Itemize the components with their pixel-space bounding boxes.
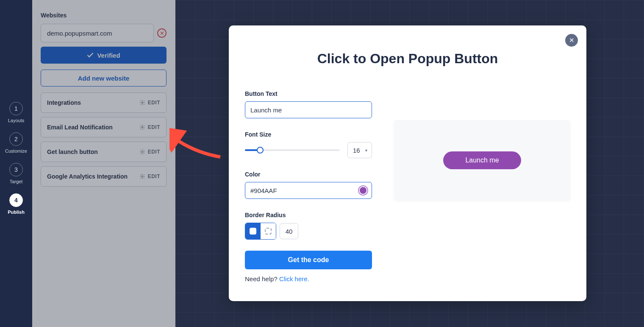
option-edit: EDIT [139, 124, 160, 130]
color-swatch[interactable] [358, 185, 368, 196]
button-text-input[interactable] [245, 101, 372, 118]
preview-card: Launch me [394, 120, 570, 201]
nav-step-number: 4 [9, 193, 23, 207]
close-icon: ✕ [569, 36, 575, 44]
radius-option-square[interactable] [261, 223, 276, 239]
chevron-down-icon: ▾ [365, 148, 367, 153]
border-radius-label: Border Radius [245, 212, 372, 218]
add-website-button[interactable]: Add new website [41, 70, 167, 87]
option-title: Integrations [47, 99, 81, 106]
option-title: Get launch button [47, 148, 98, 155]
help-row: Need help? Click here. [245, 275, 372, 282]
nav-step-number: 3 [9, 163, 23, 176]
color-value: #904AAF [250, 187, 277, 194]
publish-sidebar: Websites ✕ Verified Add new website Inte… [32, 0, 175, 327]
nav-step-number: 2 [9, 132, 23, 146]
svg-point-3 [142, 176, 143, 177]
color-input[interactable]: #904AAF [245, 182, 372, 199]
font-size-select[interactable]: 16 ▾ [347, 142, 372, 158]
nav-rail: 1 Layouts 2 Customize 3 Target 4 Publish [0, 0, 32, 327]
font-size-slider[interactable] [245, 146, 340, 154]
svg-point-2 [142, 151, 143, 153]
nav-step-label: Publish [8, 210, 25, 215]
help-text: Need help? [245, 275, 279, 282]
website-row: ✕ [41, 24, 167, 42]
nav-step-layouts[interactable]: 1 Layouts [8, 102, 25, 123]
help-link[interactable]: Click here. [279, 275, 309, 282]
gear-icon [139, 100, 145, 106]
slider-thumb[interactable] [257, 147, 264, 154]
dashed-square-icon [265, 228, 272, 235]
modal-form: Button Text Font Size 16 ▾ Color #904AAF [245, 90, 372, 282]
option-edit: EDIT [139, 149, 160, 155]
verified-button[interactable]: Verified [41, 47, 167, 64]
nav-step-label: Customize [5, 148, 27, 154]
svg-point-0 [142, 102, 143, 103]
border-radius-input[interactable] [280, 223, 298, 239]
option-launch-button[interactable]: Get launch button EDIT [41, 142, 167, 162]
border-radius-segment [245, 223, 276, 240]
color-label: Color [245, 171, 372, 178]
gear-icon [139, 149, 145, 155]
option-title: Google Analytics Integration [47, 173, 128, 180]
option-edit: EDIT [139, 100, 160, 106]
gear-icon [139, 173, 145, 179]
websites-heading: Websites [41, 12, 167, 19]
nav-step-label: Target [10, 179, 23, 184]
nav-step-publish[interactable]: 4 Publish [8, 193, 25, 215]
modal-preview: Launch me [394, 90, 570, 282]
nav-step-customize[interactable]: 2 Customize [5, 132, 27, 154]
close-icon: ✕ [160, 31, 164, 36]
option-integrations[interactable]: Integrations EDIT [41, 92, 167, 113]
option-google-analytics[interactable]: Google Analytics Integration EDIT [41, 166, 167, 187]
website-input[interactable] [41, 24, 154, 42]
option-email-lead[interactable]: Email Lead Notification EDIT [41, 117, 167, 137]
font-size-label: Font Size [245, 131, 372, 138]
gear-icon [139, 124, 145, 130]
option-title: Email Lead Notification [47, 124, 113, 131]
rounded-square-icon [250, 228, 256, 235]
modal-title: Click to Open Popup Button [245, 51, 570, 67]
preview-launch-label: Launch me [465, 157, 499, 164]
get-code-button[interactable]: Get the code [245, 251, 372, 269]
modal-close-button[interactable]: ✕ [565, 34, 578, 47]
nav-step-target[interactable]: 3 Target [9, 163, 23, 184]
nav-step-label: Layouts [8, 118, 25, 123]
nav-step-number: 1 [9, 102, 23, 115]
svg-point-1 [142, 126, 143, 128]
check-icon [87, 53, 94, 58]
color-swatch-inner [360, 187, 366, 194]
font-size-value: 16 [353, 147, 360, 154]
button-text-label: Button Text [245, 90, 372, 97]
remove-website-button[interactable]: ✕ [157, 28, 167, 38]
preview-launch-button[interactable]: Launch me [443, 151, 521, 169]
launch-button-modal: ✕ Click to Open Popup Button Button Text… [229, 25, 586, 301]
get-code-label: Get the code [288, 256, 329, 263]
radius-option-rounded[interactable] [245, 223, 261, 239]
option-edit: EDIT [139, 173, 160, 179]
add-website-label: Add new website [78, 75, 130, 82]
verified-label: Verified [97, 52, 120, 59]
